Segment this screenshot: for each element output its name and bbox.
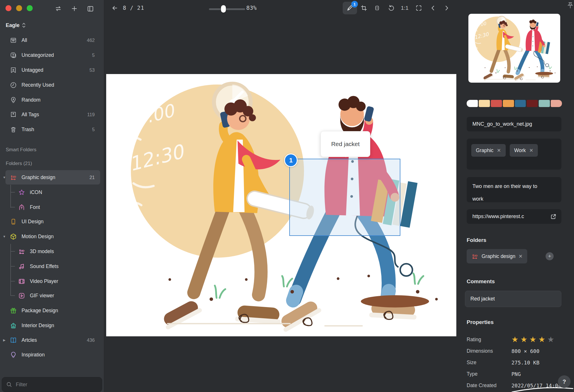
sidebar-item-label: All [22, 37, 27, 43]
remove-tag-icon[interactable]: ✕ [497, 148, 501, 154]
folder-item-sound-effets[interactable]: Sound Effets [0, 259, 104, 274]
previous-icon[interactable] [428, 3, 438, 13]
cube-icon [9, 233, 17, 240]
folder-item-font[interactable]: Font [0, 200, 104, 215]
sidebar-item-all-tags[interactable]: All Tags 119 [0, 107, 104, 122]
folder-item-motion-design[interactable]: ▼ Motion Design [0, 229, 104, 244]
page-indicator: 8 / 21 [123, 0, 144, 15]
zoom-slider[interactable] [209, 8, 245, 10]
annotation-marker[interactable]: 1 [284, 154, 298, 167]
folders-heading[interactable]: Folders (21) [6, 158, 32, 169]
filename-field[interactable]: MNC_go_to_work_net.jpg [467, 117, 561, 131]
book-icon [9, 336, 17, 344]
sidebar-item-all[interactable]: All 462 [0, 33, 104, 48]
folder-item-icon[interactable]: iCON [0, 185, 104, 200]
library-switcher[interactable]: Eagle [6, 20, 26, 31]
sidebar-item-random[interactable]: Random [0, 92, 104, 107]
smart-folders-heading[interactable]: Smart Folders [6, 144, 36, 156]
folder-label: Motion Design [22, 234, 54, 240]
filter-input[interactable] [16, 382, 85, 388]
description-text: Two men are on their way to work [472, 180, 543, 205]
remove-folder-icon[interactable]: ✕ [519, 253, 523, 259]
crop-icon[interactable] [359, 3, 369, 13]
add-folder-button[interactable]: + [546, 252, 554, 260]
inspector-panel: MNC_go_to_work_net.jpg Graphic ✕ Work ✕ … [462, 0, 574, 392]
expand-arrow-icon[interactable]: ▼ [2, 235, 6, 238]
toggle-sidebar-icon[interactable] [86, 4, 95, 13]
url-field[interactable]: https://www.pinterest.c [467, 209, 561, 224]
folder-item-interior-design[interactable]: Interior Design [0, 318, 104, 333]
sidebar-item-uncategorized[interactable]: Uncategorized 5 [0, 48, 104, 63]
folder-chip[interactable]: 2D Graphic design ✕ [467, 249, 527, 263]
folder-item-graphic-design[interactable]: ▼ 2D Graphic design 21 [0, 170, 104, 185]
palette-swatch[interactable] [479, 100, 490, 107]
item-count: 462 [87, 38, 95, 43]
flip-icon[interactable] [372, 3, 382, 13]
fullscreen-icon[interactable] [414, 3, 424, 13]
star-icon[interactable]: ★ [520, 336, 527, 344]
folder-label: GIF viewer [30, 293, 54, 299]
palette-swatch[interactable] [515, 100, 526, 107]
sort-icon[interactable] [53, 4, 63, 13]
folder-item-gif-viewer[interactable]: GIF viewer [0, 288, 104, 303]
expand-arrow-icon[interactable]: ▼ [2, 176, 6, 179]
tag-chip[interactable]: Work ✕ [510, 144, 538, 157]
tags-field[interactable]: Graphic ✕ Work ✕ [467, 139, 561, 170]
palette-swatch[interactable] [539, 100, 550, 107]
sidebar-item-label: Uncategorized [22, 52, 54, 58]
folder-item-package-design[interactable]: Package Design [0, 303, 104, 318]
comment-field[interactable]: Red jacket [465, 291, 561, 307]
property-label: Rating [467, 337, 510, 343]
expand-arrow-icon[interactable]: ▶ [2, 338, 6, 342]
folder-item-artcles[interactable]: ▶ Artcles 436 [0, 333, 104, 348]
folder-label: Interior Design [22, 323, 54, 329]
sidebar-item-untagged[interactable]: Untagged 53 [0, 63, 104, 77]
phone-icon [9, 218, 17, 225]
minimize-window-button[interactable] [16, 5, 22, 11]
annotate-button[interactable]: 1 [343, 2, 357, 14]
folder-count: 21 [90, 175, 95, 180]
add-icon[interactable] [69, 4, 79, 13]
folder-item-3d-models[interactable]: 3D 3D models [0, 244, 104, 259]
star-icon[interactable]: ★ [547, 336, 554, 344]
annotation-region[interactable] [289, 159, 400, 236]
help-button[interactable]: ? [558, 375, 571, 388]
annotation-count-badge: 1 [351, 1, 358, 7]
color-palette [467, 100, 562, 107]
star-icon[interactable]: ★ [538, 336, 545, 344]
palette-swatch[interactable] [527, 100, 538, 107]
actual-size-button[interactable]: 1:1 [400, 3, 410, 13]
external-link-icon[interactable] [550, 213, 557, 220]
svg-text:2D: 2D [12, 175, 16, 178]
main-image [106, 74, 456, 336]
star-icon[interactable]: ★ [529, 336, 536, 344]
zoom-slider-thumb[interactable] [221, 5, 226, 13]
remove-tag-icon[interactable]: ✕ [529, 148, 533, 154]
close-window-button[interactable] [5, 5, 11, 11]
palette-swatch[interactable] [467, 100, 478, 107]
next-icon[interactable] [441, 3, 452, 13]
folder-item-ui-design[interactable]: UI Design [0, 214, 104, 229]
folders-section-heading: Folders [467, 237, 486, 243]
sidebar-item-trash[interactable]: Trash 5 [0, 122, 104, 137]
palette-swatch[interactable] [551, 100, 562, 107]
sidebar-item-label: Recently Used [22, 82, 54, 88]
image-thumbnail[interactable] [468, 14, 560, 83]
folder-count: 436 [87, 337, 95, 343]
palette-swatch[interactable] [503, 100, 514, 107]
folder-item-inspiration[interactable]: Inspiration [0, 347, 104, 362]
font-icon [18, 203, 25, 211]
back-icon[interactable] [110, 3, 120, 13]
palette-swatch[interactable] [491, 100, 502, 107]
pin-icon[interactable] [566, 1, 574, 10]
folder-item-video-player[interactable]: Video Player [0, 274, 104, 289]
sidebar-item-label: All Tags [22, 112, 39, 118]
clock-icon [9, 81, 17, 89]
description-field[interactable]: Two men are on their way to work [467, 177, 561, 202]
zoom-window-button[interactable] [27, 5, 33, 11]
star-icon[interactable]: ★ [511, 336, 518, 344]
tag-chip[interactable]: Graphic ✕ [471, 144, 506, 157]
rotate-icon[interactable] [386, 3, 396, 13]
sidebar-item-recently-used[interactable]: Recently Used [0, 77, 104, 92]
lightbulb-bolt-icon [9, 96, 17, 104]
